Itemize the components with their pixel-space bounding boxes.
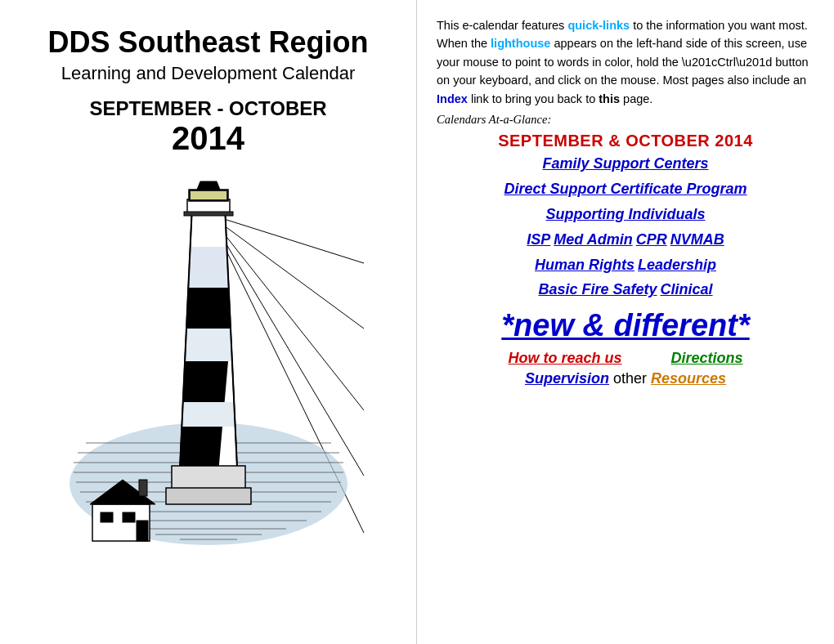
isp-med-cpr-row: ISP Med Admin CPR NVMAB — [437, 228, 814, 252]
nvmab-link[interactable]: NVMAB — [670, 231, 724, 248]
family-support-row: Family Support Centers — [437, 152, 814, 176]
this-text: this — [599, 92, 620, 105]
svg-rect-39 — [139, 480, 147, 496]
isp-link[interactable]: ISP — [527, 231, 550, 248]
svg-rect-38 — [137, 521, 148, 541]
quick-links-text: quick-links — [567, 19, 630, 32]
lighthouse-illustration — [45, 165, 372, 557]
how-to-reach-link[interactable]: How to reach us — [508, 350, 621, 367]
leadership-link[interactable]: Leadership — [638, 257, 716, 273]
links-section: SEPTEMBER & OCTOBER 2014 Family Support … — [437, 132, 814, 387]
date-range: SEPTEMBER - OCTOBER — [89, 97, 326, 120]
svg-marker-24 — [172, 329, 245, 361]
cpr-link[interactable]: CPR — [636, 231, 667, 248]
supervision-resources-row: Supervision other Resources — [437, 370, 814, 387]
year: 2014 — [172, 120, 244, 157]
human-rights-leadership-row: Human Rights Leadership — [437, 253, 814, 277]
svg-marker-20 — [157, 288, 234, 329]
svg-marker-21 — [150, 361, 227, 402]
svg-line-0 — [208, 214, 364, 263]
intro-paragraph: This e-calendar features quick-links to … — [437, 16, 814, 108]
svg-rect-37 — [123, 512, 135, 522]
title-main: DDS Southeast Region — [47, 25, 368, 60]
supporting-individuals-link[interactable]: Supporting Individuals — [546, 206, 706, 222]
basic-fire-link[interactable]: Basic Fire Safety — [538, 281, 657, 297]
svg-rect-29 — [184, 212, 233, 216]
left-panel: DDS Southeast Region Learning and Develo… — [0, 0, 417, 644]
lighthouse-link-text: lighthouse — [491, 37, 550, 50]
svg-marker-30 — [197, 181, 220, 190]
supervision-link[interactable]: Supervision — [525, 370, 609, 387]
svg-rect-32 — [172, 466, 245, 490]
clinical-link[interactable]: Clinical — [661, 281, 713, 297]
supporting-individuals-row: Supporting Individuals — [437, 203, 814, 226]
sept-oct-title: SEPTEMBER & OCTOBER 2014 — [437, 132, 814, 150]
svg-rect-36 — [101, 512, 113, 522]
bottom-links-row: How to reach us Directions — [437, 350, 814, 367]
index-link-text: Index — [437, 92, 468, 105]
direct-support-row: Direct Support Certificate Program — [437, 177, 814, 201]
fire-clinical-row: Basic Fire Safety Clinical — [437, 278, 814, 302]
svg-rect-31 — [191, 191, 226, 199]
human-rights-link[interactable]: Human Rights — [535, 257, 634, 273]
svg-rect-33 — [166, 488, 251, 504]
calendars-label: Calendars At-a-Glance: — [437, 113, 814, 127]
other-text: other — [613, 370, 651, 387]
family-support-link[interactable]: Family Support Centers — [542, 155, 708, 172]
med-admin-link[interactable]: Med Admin — [554, 231, 632, 248]
direct-support-link[interactable]: Direct Support Certificate Program — [504, 181, 747, 197]
svg-line-1 — [208, 214, 364, 329]
directions-link[interactable]: Directions — [671, 350, 743, 367]
title-sub: Learning and Development Calendar — [61, 63, 356, 84]
new-different-link[interactable]: *new & different* — [437, 308, 814, 343]
resources-link[interactable]: Resources — [651, 370, 726, 387]
right-panel: This e-calendar features quick-links to … — [417, 0, 834, 644]
